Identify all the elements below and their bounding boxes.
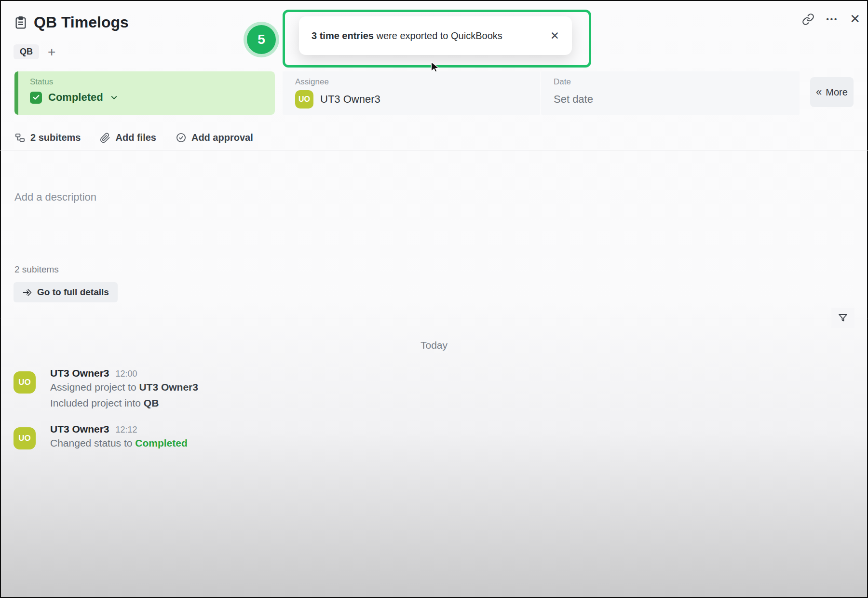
filter-funnel-icon <box>837 312 849 324</box>
go-to-details-icon <box>22 287 32 298</box>
window-actions: ••• ✕ <box>802 12 860 27</box>
activity-line-strong: UT3 Owner3 <box>139 381 198 393</box>
step-badge-halo: 5 <box>244 22 279 57</box>
activity-line: Changed status to Completed <box>50 435 188 451</box>
go-to-details-label: Go to full details <box>37 287 109 298</box>
more-fields-button[interactable]: « More <box>810 77 854 107</box>
step-badge: 5 <box>247 25 276 54</box>
activity-filter-button[interactable] <box>831 308 854 328</box>
avatar: UO <box>295 90 313 109</box>
go-to-full-details-button[interactable]: Go to full details <box>14 282 118 302</box>
more-button-label: More <box>826 87 848 98</box>
subitems-tree-icon <box>14 132 26 143</box>
add-files-label: Add files <box>115 132 156 143</box>
activity-line-strong-completed: Completed <box>135 437 188 448</box>
activity-user: UT3 Owner3 <box>50 423 109 435</box>
activity-day-label: Today <box>0 340 868 351</box>
close-icon[interactable]: ✕ <box>850 12 860 27</box>
status-checkbox-icon <box>30 92 42 104</box>
activity-user: UT3 Owner3 <box>50 367 109 379</box>
subitems-count-label: 2 subitems <box>30 132 81 143</box>
toast-message: were exported to QuickBooks <box>374 30 502 41</box>
activity-entry-content: UT3 Owner3 12:00 Assigned project to UT3… <box>50 367 198 411</box>
activity-entry: UO UT3 Owner3 12:12 Changed status to Co… <box>14 423 188 451</box>
header: QB Timelogs <box>14 14 129 31</box>
copy-link-icon[interactable] <box>802 13 814 26</box>
add-approval-label: Add approval <box>191 132 253 143</box>
date-label: Date <box>554 77 800 87</box>
date-placeholder: Set date <box>554 93 800 106</box>
status-value: Completed <box>48 91 103 104</box>
task-doc-icon <box>14 15 28 30</box>
toast-close-icon[interactable]: ✕ <box>550 29 559 42</box>
toast-notification: 3 time entries were exported to QuickBoo… <box>299 16 572 55</box>
tag-chip[interactable]: QB <box>14 44 39 59</box>
assignee-value-row: UO UT3 Owner3 <box>295 90 540 109</box>
status-label: Status <box>30 77 275 87</box>
activity-time: 12:12 <box>116 425 137 435</box>
task-detail-window: QB Timelogs QB + ••• ✕ 3 time entries we… <box>0 0 868 598</box>
avatar: UO <box>14 427 36 449</box>
assignee-value: UT3 Owner3 <box>320 93 380 106</box>
paperclip-icon <box>100 133 110 143</box>
toast-highlight-text: 3 time entries <box>312 30 374 41</box>
description-placeholder[interactable]: Add a description <box>14 191 96 204</box>
activity-line-text: Assigned project to <box>50 381 139 393</box>
activity-line-strong: QB <box>144 397 159 408</box>
add-approval-button[interactable]: Add approval <box>176 132 253 143</box>
quick-actions-row: 2 subitems Add files Add approval <box>14 132 253 143</box>
avatar: UO <box>14 371 36 394</box>
activity-entry: UO UT3 Owner3 12:00 Assigned project to … <box>14 367 198 411</box>
assignee-field[interactable]: Assignee UO UT3 Owner3 <box>283 71 540 115</box>
status-value-row: Completed <box>30 91 275 104</box>
add-tag-button[interactable]: + <box>48 47 55 57</box>
activity-line: Included project into QB <box>50 395 198 411</box>
activity-time: 12:00 <box>116 369 137 379</box>
activity-line-text: Changed status to <box>50 437 135 448</box>
activity-line-text: Included project into <box>50 397 144 408</box>
more-options-icon[interactable]: ••• <box>826 15 838 23</box>
collapse-chevrons-icon: « <box>816 86 822 98</box>
assignee-label: Assignee <box>295 77 540 87</box>
add-files-button[interactable]: Add files <box>100 132 156 143</box>
subitems-section-label: 2 subitems <box>14 264 59 275</box>
divider <box>0 318 868 318</box>
chevron-down-icon <box>109 93 119 102</box>
tag-row: QB + <box>14 44 55 59</box>
subitems-button[interactable]: 2 subitems <box>14 132 81 143</box>
status-field[interactable]: Status Completed <box>14 71 275 115</box>
date-field[interactable]: Date Set date <box>541 71 800 115</box>
page-title: QB Timelogs <box>34 14 129 31</box>
activity-line: Assigned project to UT3 Owner3 <box>50 379 198 395</box>
divider <box>0 150 868 150</box>
approval-check-circle-icon <box>176 132 187 143</box>
activity-entry-content: UT3 Owner3 12:12 Changed status to Compl… <box>50 423 188 451</box>
